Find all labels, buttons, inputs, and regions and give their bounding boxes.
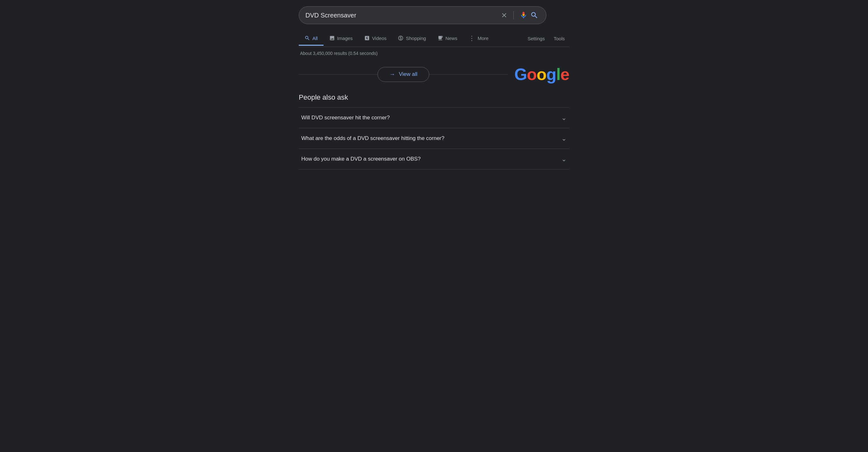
view-all-button[interactable]: → View all (377, 67, 429, 82)
tab-all-label: All (312, 36, 318, 41)
paa-title: People also ask (299, 93, 569, 102)
search-bar (299, 6, 547, 24)
voice-search-button[interactable] (518, 10, 529, 21)
tab-shopping-label: Shopping (406, 36, 426, 41)
tab-more-label: More (477, 36, 488, 41)
paa-question-3: How do you make a DVD a screensaver on O… (301, 156, 421, 162)
dots-icon: ⋮ (469, 34, 475, 42)
search-submit-button[interactable] (529, 10, 540, 21)
chevron-down-icon-1: ⌄ (561, 114, 567, 122)
search-input[interactable] (305, 11, 499, 20)
clear-button[interactable] (499, 10, 509, 20)
video-tab-icon (364, 35, 370, 41)
tab-more[interactable]: ⋮ More (463, 30, 494, 47)
google-letter-l: l (556, 65, 560, 84)
image-tab-icon (329, 35, 335, 41)
results-count: About 3,450,000 results (0.54 seconds) (299, 51, 569, 56)
tab-images[interactable]: Images (323, 31, 359, 46)
tab-shopping[interactable]: Shopping (392, 31, 431, 46)
people-also-ask-section: People also ask Will DVD screensaver hit… (299, 93, 569, 169)
tab-videos[interactable]: Videos (359, 31, 393, 46)
tools-link[interactable]: Tools (549, 32, 569, 45)
arrow-icon: → (389, 71, 395, 78)
view-all-label: View all (399, 71, 417, 77)
shopping-tab-icon (398, 35, 404, 41)
google-letter-g2: g (547, 65, 556, 84)
tab-news[interactable]: News (432, 31, 463, 46)
tab-videos-label: Videos (372, 36, 387, 41)
search-icon (530, 11, 538, 19)
paa-item-2[interactable]: What are the odds of a DVD screensaver h… (299, 128, 569, 149)
tab-all[interactable]: All (299, 31, 323, 46)
paa-question-1: Will DVD screensaver hit the corner? (301, 115, 390, 121)
news-tab-icon (437, 35, 443, 41)
google-letter-o1: o (527, 65, 536, 84)
paa-question-2: What are the odds of a DVD screensaver h… (301, 135, 444, 141)
tab-news-label: News (445, 36, 458, 41)
chevron-down-icon-2: ⌄ (561, 135, 567, 142)
google-letter-e: e (560, 65, 569, 84)
google-letter-g: G (514, 65, 527, 84)
paa-item-3[interactable]: How do you make a DVD a screensaver on O… (299, 149, 569, 169)
paa-item-1[interactable]: Will DVD screensaver hit the corner? ⌄ (299, 107, 569, 128)
mic-icon (519, 11, 528, 19)
google-letter-o2: o (536, 65, 547, 84)
google-logo: Google (514, 65, 569, 84)
close-icon (501, 12, 508, 19)
tab-images-label: Images (337, 36, 353, 41)
chevron-down-icon-3: ⌄ (561, 155, 567, 163)
view-all-container: → View all Google (299, 65, 569, 84)
search-tab-icon (305, 35, 310, 41)
settings-link[interactable]: Settings (523, 32, 549, 45)
nav-tabs: All Images Videos Shopping News (299, 30, 569, 47)
